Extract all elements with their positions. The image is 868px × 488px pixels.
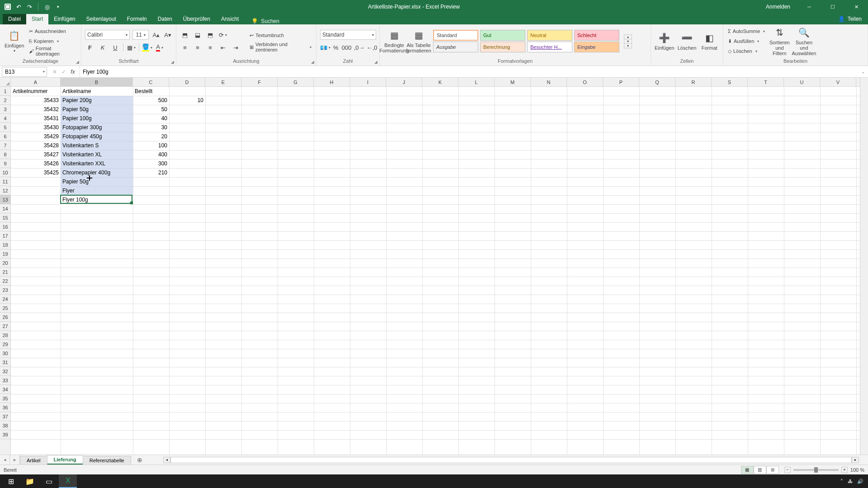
align-top-icon[interactable]: ⬒ bbox=[180, 30, 190, 40]
row-header-29[interactable]: 29 bbox=[0, 340, 10, 349]
cell-B6[interactable]: Fotopapier 450g bbox=[61, 132, 133, 141]
cell-B13[interactable]: Flyer 100g bbox=[61, 195, 133, 204]
increase-font-icon[interactable]: A▴ bbox=[151, 30, 160, 40]
cell-A3[interactable]: 35432 bbox=[11, 105, 61, 114]
accept-formula-icon[interactable]: ✓ bbox=[60, 69, 68, 75]
decrease-decimal-icon[interactable]: ←,0 bbox=[367, 42, 377, 52]
tab-ansicht[interactable]: Ansicht bbox=[216, 14, 244, 24]
select-all-corner[interactable] bbox=[0, 78, 11, 87]
column-header-Q[interactable]: Q bbox=[639, 78, 675, 86]
cell-B10[interactable]: Chromepapier 400g bbox=[61, 168, 133, 177]
underline-button[interactable]: U bbox=[110, 42, 120, 52]
cell-C4[interactable]: 40 bbox=[133, 114, 169, 123]
undo-icon[interactable]: ↶ bbox=[14, 3, 23, 11]
cell-C7[interactable]: 100 bbox=[133, 141, 169, 150]
column-header-S[interactable]: S bbox=[712, 78, 748, 86]
view-normal-icon[interactable]: ▦ bbox=[741, 466, 754, 474]
cell-B9[interactable]: Visitenkarten XXL bbox=[61, 159, 133, 168]
bold-button[interactable]: F bbox=[85, 42, 95, 52]
row-header-39[interactable]: 39 bbox=[0, 430, 10, 439]
cell-B2[interactable]: Papier 200g bbox=[61, 96, 133, 105]
cell-A10[interactable]: 35425 bbox=[11, 168, 61, 177]
row-header-7[interactable]: 7 bbox=[0, 141, 10, 150]
column-header-H[interactable]: H bbox=[314, 78, 350, 86]
find-select-button[interactable]: 🔍Suchen und Auswählen bbox=[793, 26, 815, 56]
signin-link[interactable]: Anmelden bbox=[766, 4, 790, 10]
formula-input[interactable]: Flyer 100g bbox=[80, 66, 858, 77]
maximize-button[interactable]: ☐ bbox=[823, 0, 843, 14]
cell-B7[interactable]: Visitenkarten S bbox=[61, 141, 133, 150]
row-header-11[interactable]: 11 bbox=[0, 177, 10, 186]
taskbar-explorer-icon[interactable]: 📁 bbox=[21, 474, 39, 488]
paste-button[interactable]: 📋 Einfügen ▾ bbox=[4, 26, 25, 56]
font-name-combo[interactable]: Calibri▾ bbox=[85, 30, 130, 40]
column-header-P[interactable]: P bbox=[603, 78, 639, 86]
format-painter-button[interactable]: 🖌Format übertragen bbox=[28, 47, 77, 56]
style-gut[interactable]: Gut bbox=[480, 30, 525, 41]
column-header-J[interactable]: J bbox=[386, 78, 422, 86]
new-sheet-button[interactable]: ⊕ bbox=[134, 455, 145, 465]
row-header-2[interactable]: 2 bbox=[0, 96, 10, 105]
redo-icon[interactable]: ↷ bbox=[25, 3, 33, 11]
align-bottom-icon[interactable]: ⬒ bbox=[205, 30, 215, 40]
cell-A9[interactable]: 35426 bbox=[11, 159, 61, 168]
cell-C8[interactable]: 400 bbox=[133, 150, 169, 159]
cell-B4[interactable]: Papier 100g bbox=[61, 114, 133, 123]
sheet-nav-last-icon[interactable]: ▸ bbox=[10, 455, 20, 465]
style-berechnung[interactable]: Berechnung bbox=[480, 42, 525, 52]
sheet-tab-lieferung[interactable]: Lieferung bbox=[47, 455, 83, 465]
tray-network-icon[interactable]: 🖧 bbox=[848, 479, 853, 484]
accounting-format-icon[interactable]: 💶 bbox=[320, 42, 330, 52]
cell-B1[interactable]: Artikelname bbox=[61, 87, 133, 96]
row-header-12[interactable]: 12 bbox=[0, 186, 10, 195]
column-header-G[interactable]: G bbox=[278, 78, 314, 86]
increase-indent-icon[interactable]: ⇥ bbox=[231, 42, 241, 52]
column-header-I[interactable]: I bbox=[350, 78, 386, 86]
style-besucht[interactable]: Besuchter H... bbox=[527, 42, 572, 52]
cell-A6[interactable]: 35429 bbox=[11, 132, 61, 141]
cell-C2[interactable]: 500 bbox=[133, 96, 169, 105]
cell-A5[interactable]: 35430 bbox=[11, 123, 61, 132]
font-color-button[interactable]: A bbox=[155, 42, 165, 52]
tab-datei[interactable]: Datei bbox=[3, 14, 26, 24]
row-header-22[interactable]: 22 bbox=[0, 277, 10, 286]
style-standard[interactable]: Standard bbox=[433, 30, 478, 41]
orientation-icon[interactable]: ⟳ bbox=[218, 30, 228, 40]
cell-D2[interactable]: 10 bbox=[169, 96, 205, 105]
row-header-15[interactable]: 15 bbox=[0, 213, 10, 222]
wrap-text-button[interactable]: ↩Textumbruch bbox=[249, 31, 312, 40]
insert-function-icon[interactable]: fx bbox=[69, 69, 77, 75]
save-icon[interactable] bbox=[4, 3, 12, 11]
conditional-formatting-button[interactable]: ▦Bedingte Formatierung bbox=[383, 26, 405, 56]
row-header-38[interactable]: 38 bbox=[0, 421, 10, 430]
cell-A2[interactable]: 35433 bbox=[11, 96, 61, 105]
row-header-35[interactable]: 35 bbox=[0, 394, 10, 403]
row-header-32[interactable]: 32 bbox=[0, 367, 10, 376]
row-header-6[interactable]: 6 bbox=[0, 132, 10, 141]
sheet-nav-first-icon[interactable]: ◂ bbox=[0, 455, 10, 465]
cell-C9[interactable]: 300 bbox=[133, 159, 169, 168]
row-header-33[interactable]: 33 bbox=[0, 376, 10, 385]
name-box[interactable]: B13 bbox=[2, 67, 47, 77]
row-header-20[interactable]: 20 bbox=[0, 258, 10, 267]
start-button[interactable]: ⊞ bbox=[2, 474, 20, 488]
tellme-search[interactable]: 💡 Suchen bbox=[251, 18, 279, 24]
cut-button[interactable]: ✂Ausschneiden bbox=[28, 27, 77, 36]
row-header-34[interactable]: 34 bbox=[0, 385, 10, 394]
column-header-C[interactable]: C bbox=[133, 78, 169, 86]
column-header-D[interactable]: D bbox=[169, 78, 205, 86]
column-header-M[interactable]: M bbox=[495, 78, 531, 86]
italic-button[interactable]: K bbox=[98, 42, 108, 52]
taskbar-app-icon[interactable]: ▭ bbox=[40, 474, 58, 488]
row-header-5[interactable]: 5 bbox=[0, 123, 10, 132]
column-header-A[interactable]: A bbox=[11, 78, 61, 86]
row-header-19[interactable]: 19 bbox=[0, 249, 10, 258]
cell-B8[interactable]: Visitenkarten XL bbox=[61, 150, 133, 159]
align-middle-icon[interactable]: ⬓ bbox=[193, 30, 203, 40]
tab-daten[interactable]: Daten bbox=[152, 14, 178, 24]
row-header-23[interactable]: 23 bbox=[0, 286, 10, 295]
sheet-tab-artikel[interactable]: Artikel bbox=[20, 456, 47, 465]
taskbar-excel-icon[interactable]: X bbox=[59, 474, 77, 488]
row-header-36[interactable]: 36 bbox=[0, 403, 10, 412]
decrease-indent-icon[interactable]: ⇤ bbox=[218, 42, 228, 52]
